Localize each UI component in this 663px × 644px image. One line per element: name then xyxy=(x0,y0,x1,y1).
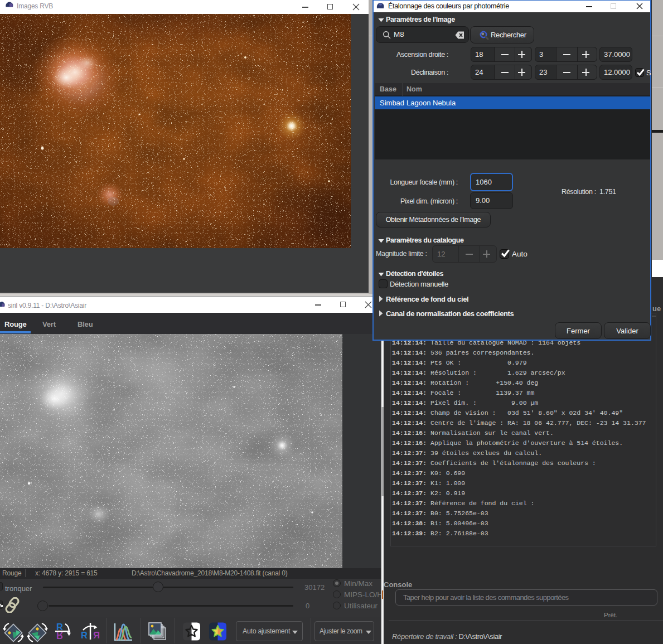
svg-text:R: R xyxy=(93,630,100,640)
svg-text:R: R xyxy=(56,631,63,641)
svg-text:R: R xyxy=(81,630,88,640)
svg-text:R: R xyxy=(56,622,63,632)
